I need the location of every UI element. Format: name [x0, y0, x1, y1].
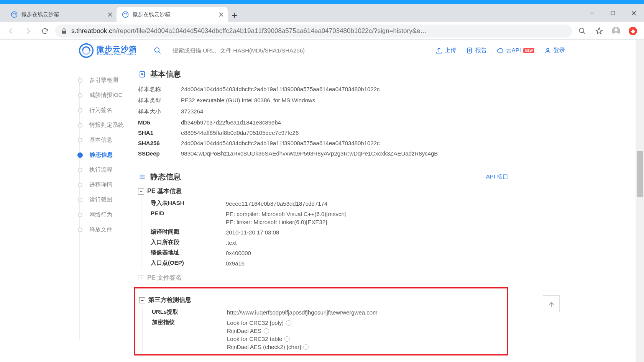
tp-value: Look for CRC32 [poly]RijnDael AESLook fo…	[227, 319, 503, 351]
search-input[interactable]	[172, 47, 318, 54]
nav-item[interactable]: 情报判定系统	[75, 118, 133, 133]
page-viewport: 微步云沙箱 ThreatBook Cloud Sandbox 上传 报告 云AP…	[0, 40, 644, 362]
page-scrollbar[interactable]	[636, 40, 644, 362]
api-link[interactable]: API 接口	[486, 173, 508, 180]
nav-item[interactable]: 静态信息	[75, 147, 133, 162]
nav-item[interactable]: 执行流程	[75, 162, 133, 177]
info-key: 样本名称	[138, 86, 181, 93]
nav-item-label: 网络行为	[89, 211, 112, 218]
tab-title: 微步在线云沙箱	[133, 11, 214, 18]
info-key: SSDeep	[138, 150, 181, 157]
collapse-icon: −	[139, 297, 145, 303]
nav-item[interactable]: 基本信息	[75, 133, 133, 147]
favicon-icon	[11, 11, 18, 18]
window-minimize-button[interactable]	[582, 4, 603, 22]
nav-item[interactable]: 网络行为	[75, 207, 133, 222]
nav-item-label: 运行截图	[89, 196, 112, 203]
info-value: 3723264	[181, 108, 508, 115]
info-key: SHA1	[138, 129, 181, 136]
pe-signature-header[interactable]: + PE 文件签名	[138, 274, 508, 282]
browser-tab-1[interactable]: 微步在线云沙箱	[117, 7, 228, 22]
main-content: 基本信息 样本名称24d004a104d4d54034dbcffc2a4b19a…	[133, 61, 524, 355]
nav-item[interactable]: 行为签名	[75, 103, 133, 118]
thirdparty-header[interactable]: − 第三方检测信息	[139, 296, 503, 304]
pe-value: 2010-11-20 17:03:08	[226, 228, 508, 236]
close-icon[interactable]	[107, 11, 113, 18]
browser-addressbar: s.threatbook.cn/report/file/24d004a104d4…	[0, 22, 644, 40]
info-value: e889544aff85ffaf8b0d0da705105dee7c97fe26	[181, 129, 508, 136]
nav-item[interactable]: 释放文件	[75, 222, 133, 237]
window-maximize-button[interactable]	[603, 4, 623, 22]
browser-tab-0[interactable]: 微步在线云沙箱	[5, 7, 117, 22]
info-circle-icon[interactable]	[286, 320, 291, 326]
pe-row: 入口点(OEP)0x9a16	[151, 258, 508, 269]
extension-icon[interactable]: ◆	[626, 25, 639, 38]
scrollbar-thumb[interactable]	[637, 151, 643, 197]
tab-title: 微步在线云沙箱	[21, 11, 103, 18]
new-tab-button[interactable]	[228, 8, 242, 22]
svg-point-10	[547, 48, 549, 51]
forward-button[interactable]	[21, 25, 34, 38]
header-search	[154, 46, 318, 55]
info-row: SHA1e889544aff85ffaf8b0d0da705105dee7c97…	[138, 128, 508, 138]
nav-item-label: 执行流程	[89, 166, 112, 174]
highlight-box: − 第三方检测信息 URLs提取http://www.iuqerfsodp9if…	[134, 287, 508, 355]
pe-value: PE: compiler: Microsoft Visual C++(6.0)[…	[226, 210, 508, 226]
profile-avatar-icon[interactable]	[610, 25, 623, 38]
pe-row: 入口所在段.text	[151, 238, 508, 248]
window-close-button[interactable]	[623, 4, 644, 22]
nav-item[interactable]: 威胁情报IOC	[75, 88, 133, 103]
tp-row: URLs提取http://www.iuqerfsodp9ifjaposdfjhg…	[152, 307, 503, 318]
browser-tabstrip: 微步在线云沙箱 微步在线云沙箱	[0, 4, 644, 22]
nav-item[interactable]: 多引擎检测	[75, 73, 133, 88]
pe-row: 编译时间戳2010-11-20 17:03:08	[151, 227, 508, 238]
nav-item-label: 情报判定系统	[89, 121, 124, 129]
svg-point-4	[580, 28, 584, 33]
section-static-info: 静态信息 API 接口	[138, 172, 508, 182]
nav-item[interactable]: 进程详情	[75, 177, 133, 192]
scroll-to-top-button[interactable]	[543, 295, 560, 312]
side-nav: 多引擎检测威胁情报IOC行为签名情报判定系统基本信息静态信息执行流程进程详情运行…	[75, 61, 133, 355]
info-key: 样本大小	[138, 108, 181, 115]
url-input[interactable]: s.threatbook.cn/report/file/24d004a104d4…	[55, 25, 572, 38]
pe-value: 0x9a16	[226, 259, 508, 267]
back-button[interactable]	[5, 25, 18, 38]
cloud-api-button[interactable]: 云API NEW	[497, 47, 534, 54]
report-button[interactable]: 报告	[466, 47, 487, 54]
svg-point-8	[155, 48, 159, 52]
info-row: SHA25624d004a104d4d54034dbcffc2a4b19a11f…	[138, 138, 508, 148]
upload-button[interactable]: 上传	[435, 47, 456, 54]
info-circle-icon[interactable]	[284, 336, 290, 342]
info-row: 样本名称24d004a104d4d54034dbcffc2a4b19a11f39…	[138, 84, 508, 95]
tp-key: URLs提取	[152, 308, 227, 316]
list-icon	[138, 173, 146, 181]
nav-item-label: 进程详情	[89, 181, 112, 188]
tp-row: 加密指纹Look for CRC32 [poly]RijnDael AESLoo…	[152, 318, 503, 352]
svg-point-1	[123, 12, 128, 18]
logo-subtitle: ThreatBook Cloud Sandbox	[97, 53, 137, 56]
info-key: MD5	[138, 119, 181, 126]
close-icon[interactable]	[218, 11, 225, 18]
info-circle-icon[interactable]	[303, 344, 309, 350]
app-logo[interactable]: 微步云沙箱 ThreatBook Cloud Sandbox	[79, 43, 137, 58]
search-icon	[154, 47, 161, 54]
bookmark-star-icon[interactable]	[593, 25, 606, 38]
expand-icon: +	[138, 275, 144, 281]
info-key: SHA256	[138, 140, 181, 146]
pe-row: 镜像基地址0x400000	[151, 248, 508, 258]
nav-item[interactable]: 运行截图	[75, 192, 133, 207]
reload-button[interactable]	[38, 25, 51, 38]
document-icon	[138, 70, 146, 79]
zoom-icon[interactable]	[576, 25, 589, 38]
logo-title: 微步云沙箱	[97, 45, 137, 53]
nav-item-label: 多引擎检测	[89, 77, 118, 84]
info-circle-icon[interactable]	[264, 328, 269, 334]
login-button[interactable]: 登录	[544, 47, 565, 54]
info-row: SSDeep98304:wDqPoBhz1aRxcSUDk36SAEdhvxWa…	[138, 148, 508, 159]
section-basic-info: 基本信息	[138, 69, 508, 79]
favicon-icon	[122, 11, 129, 18]
tp-key: 加密指纹	[152, 319, 227, 351]
tp-value: http://www.iuqerfsodp9ifjaposdfjhgosurij…	[227, 308, 503, 316]
info-value: db349b97c37d22f5ea1d1841e3c89eb4	[181, 119, 508, 126]
pe-basic-header[interactable]: − PE 基本信息	[138, 187, 508, 195]
